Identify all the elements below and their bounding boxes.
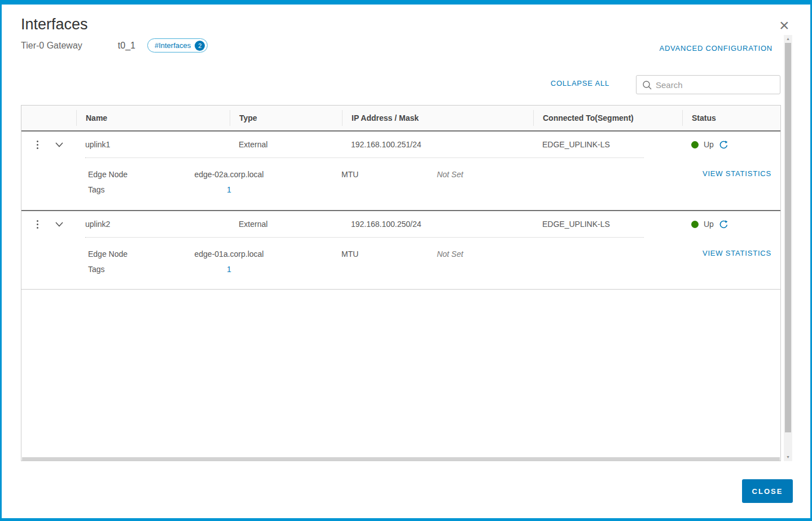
header-status: Status [682, 110, 780, 126]
row-controls [21, 218, 76, 230]
edge-node-label: Edge Node [88, 167, 173, 182]
interfaces-count-badge: 2 [195, 41, 205, 51]
status-label: Up [704, 140, 714, 149]
page-title: Interfaces [21, 16, 88, 33]
mtu-value: Not Set [398, 167, 502, 182]
interface-ip: 192.168.100.250/24 [342, 220, 533, 229]
scrollbar-thumb[interactable] [785, 43, 791, 432]
row-menu-icon[interactable] [35, 218, 40, 230]
header-ip: IP Address / Mask [342, 110, 533, 126]
table-row: uplink2 External 192.168.100.250/24 EDGE… [21, 210, 780, 290]
interface-name: uplink2 [76, 220, 230, 229]
collapse-all-button[interactable]: COLLAPSE ALL [551, 79, 609, 87]
interfaces-dialog: Interfaces × Tier-0 Gateway t0_1 #Interf… [2, 5, 810, 518]
status-up-dot [691, 141, 699, 148]
interface-ip: 192.168.100.251/24 [342, 140, 533, 149]
interface-type: External [230, 140, 342, 149]
interface-detail: Edge Node edge-01a.corp.local MTU Not Se… [21, 237, 780, 277]
header-controls-column [21, 110, 76, 126]
close-button[interactable]: CLOSE [742, 479, 793, 503]
header-name: Name [76, 110, 230, 126]
advanced-configuration-link[interactable]: ADVANCED CONFIGURATION [659, 44, 773, 52]
mtu-value: Not Set [398, 247, 502, 262]
search-box [636, 75, 780, 94]
view-statistics-link[interactable]: VIEW STATISTICS [703, 169, 771, 178]
interface-segment: EDGE_UPLINK-LS [533, 220, 682, 229]
search-icon [642, 80, 652, 90]
edge-node-value: edge-02a.corp.local [173, 167, 286, 182]
vertical-scrollbar[interactable]: ▲ ▼ [784, 35, 792, 461]
tags-label: Tags [88, 182, 173, 198]
interface-detail: Edge Node edge-02a.corp.local MTU Not Se… [21, 157, 780, 198]
refresh-status-icon[interactable] [719, 140, 728, 150]
interface-segment: EDGE_UPLINK-LS [533, 140, 682, 149]
status-label: Up [704, 220, 714, 229]
tags-count-link[interactable]: 1 [227, 185, 231, 194]
interface-main-row: uplink1 External 192.168.100.251/24 EDGE… [21, 132, 780, 157]
horizontal-scrollbar[interactable] [22, 457, 780, 461]
interfaces-pill-label: #Interfaces [155, 41, 191, 50]
close-icon[interactable]: × [779, 17, 789, 34]
chevron-down-icon[interactable] [55, 222, 63, 227]
row-controls [21, 139, 76, 151]
scroll-down-arrow-icon[interactable]: ▼ [784, 453, 792, 461]
gateway-type-label: Tier-0 Gateway [21, 41, 82, 51]
search-input[interactable] [656, 76, 779, 94]
gateway-name: t0_1 [118, 41, 135, 51]
gateway-subheader: Tier-0 Gateway t0_1 #Interfaces 2 [21, 38, 208, 52]
interfaces-count-pill[interactable]: #Interfaces 2 [147, 38, 208, 52]
edge-node-label: Edge Node [88, 247, 173, 262]
interface-name: uplink1 [76, 140, 230, 149]
tags-count-link[interactable]: 1 [227, 265, 231, 274]
interface-type: External [230, 220, 342, 229]
table-row: uplink1 External 192.168.100.251/24 EDGE… [21, 130, 780, 210]
scroll-up-arrow-icon[interactable]: ▲ [784, 35, 792, 43]
view-statistics-link[interactable]: VIEW STATISTICS [703, 249, 771, 257]
edge-node-value: edge-01a.corp.local [173, 247, 286, 262]
status-up-dot [691, 221, 699, 228]
refresh-status-icon[interactable] [719, 220, 728, 229]
header-segment: Connected To(Segment) [533, 110, 682, 126]
mtu-label: MTU [341, 167, 398, 182]
tags-label: Tags [88, 262, 173, 277]
header-type: Type [230, 110, 342, 126]
table-header-row: Name Type IP Address / Mask Connected To… [21, 106, 780, 130]
status-cell: Up [682, 220, 780, 229]
chevron-down-icon[interactable] [55, 142, 63, 147]
status-cell: Up [682, 140, 780, 150]
interfaces-table: Name Type IP Address / Mask Connected To… [21, 105, 781, 461]
mtu-label: MTU [341, 247, 398, 262]
interface-main-row: uplink2 External 192.168.100.250/24 EDGE… [21, 211, 780, 237]
row-menu-icon[interactable] [35, 139, 40, 151]
